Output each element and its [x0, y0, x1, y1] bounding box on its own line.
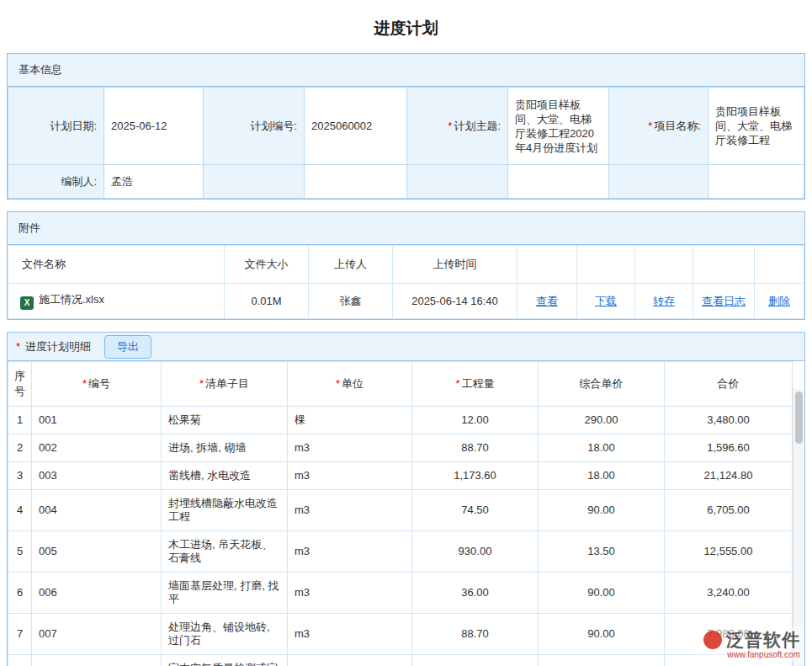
cell-total: 6,705.00 — [665, 490, 793, 531]
cell-code: 005 — [32, 531, 162, 573]
transfer-link[interactable]: 转存 — [653, 295, 675, 307]
vendor-logo-row: 泛普软件 — [703, 628, 800, 652]
attachment-file-name: X施工情况.xlsx — [8, 284, 225, 319]
vendor-url-text: www.fanpusoft.com — [703, 650, 800, 659]
item-header-text: 清单子目 — [205, 377, 249, 390]
required-asterisk: * — [336, 377, 340, 390]
empty-header-cell — [755, 246, 804, 284]
cell-code: 004 — [32, 490, 162, 531]
empty-label-cell — [609, 165, 709, 199]
unit-price-header: 综合单价 — [539, 362, 665, 407]
detail-section-title: 进度计划明细 — [25, 339, 91, 354]
empty-label-cell — [407, 165, 508, 199]
unit-header: *单位 — [288, 362, 412, 407]
cell-unit: m3 — [288, 490, 412, 531]
cell-unit: m3 — [288, 655, 412, 666]
table-row: 6 006 墙面基层处理, 打磨, 找平 m3 36.00 90.00 3,24… — [8, 573, 793, 614]
attachment-action-delete-cell: 删除 — [755, 284, 804, 319]
author-label: 编制人: — [8, 165, 104, 199]
view-log-link[interactable]: 查看日志 — [702, 295, 746, 307]
table-row: 4 004 封埋线槽隐蔽水电改造工程 m3 74.50 90.00 6,705.… — [8, 490, 793, 531]
cell-item: 室内空气质量检测或室内空气污染综合治理; — [162, 655, 288, 666]
cell-seq: 3 — [8, 462, 32, 490]
table-row: 1 001 松果菊 棵 12.00 290.00 3,480.00 — [8, 407, 793, 434]
required-asterisk: * — [455, 377, 459, 390]
cell-unit: m3 — [288, 573, 412, 614]
cell-unit-price: 18.00 — [539, 462, 665, 490]
vertical-scrollbar[interactable] — [793, 389, 804, 666]
cell-code: 008 — [32, 655, 162, 666]
cell-quantity: 930.00 — [412, 531, 539, 573]
cell-seq: 4 — [8, 490, 32, 531]
cell-unit-price: 18.00 — [539, 434, 665, 462]
cell-total: 12,555.00 — [665, 531, 793, 573]
required-asterisk: * — [199, 377, 204, 390]
empty-value-cell — [709, 165, 804, 199]
required-asterisk: * — [448, 120, 452, 132]
cell-quantity: 74.50 — [412, 490, 539, 531]
cell-code: 007 — [32, 614, 162, 655]
basic-info-row-2: 编制人: 孟浩 — [8, 165, 804, 199]
page-container: 进度计划 基本信息 计划日期: 2025-06-12 计划编号: 2025060… — [0, 0, 812, 666]
attachment-file-name-text: 施工情况.xlsx — [39, 293, 104, 306]
quantity-header: *工程量 — [412, 362, 539, 407]
delete-link[interactable]: 删除 — [768, 295, 790, 307]
cell-code: 006 — [32, 573, 162, 614]
plan-date-label: 计划日期: — [8, 88, 104, 165]
cell-quantity: 12.00 — [412, 407, 539, 434]
total-header: 合价 — [665, 362, 793, 407]
basic-info-section-title: 基本信息 — [8, 54, 804, 87]
attachment-row: X施工情况.xlsx 0.01M 张鑫 2025-06-14 16:40 查看 … — [8, 284, 804, 319]
cell-quantity: 88.70 — [412, 614, 539, 655]
subject-label: *计划主题: — [407, 88, 508, 165]
cell-item: 松果菊 — [162, 407, 288, 434]
cell-unit-price: 90.00 — [539, 490, 665, 531]
code-header-text: 编号 — [88, 377, 110, 390]
code-header: *编号 — [32, 362, 162, 407]
detail-table: 序号 *编号 *清单子目 *单位 *工程量 综合单价 合价 1 001 松果菊 … — [8, 361, 793, 666]
cell-unit-price: 90.00 — [539, 573, 665, 614]
table-row: 7 007 处理边角、铺设地砖, 过门石 m3 88.70 90.00 7,98… — [8, 614, 793, 655]
attachments-section-title: 附件 — [8, 212, 804, 245]
download-link[interactable]: 下载 — [595, 295, 617, 307]
required-asterisk: * — [648, 120, 652, 132]
seq-header: 序号 — [8, 362, 32, 407]
cell-total: 1,596.60 — [665, 434, 793, 462]
cell-unit: 棵 — [288, 407, 412, 434]
basic-info-row-1: 计划日期: 2025-06-12 计划编号: 2025060002 *计划主题:… — [8, 88, 804, 165]
cell-seq: 5 — [8, 531, 32, 573]
cell-seq: 1 — [8, 407, 32, 434]
plan-date-value: 2025-06-12 — [104, 88, 204, 165]
scrollbar-thumb[interactable] — [795, 392, 803, 444]
attachments-section: 附件 文件名称 文件大小 上传人 上传时间 X施工情况.xlsx 0.01M 张… — [7, 211, 805, 320]
attachments-header-row: 文件名称 文件大小 上传人 上传时间 — [8, 246, 804, 284]
required-asterisk: * — [16, 340, 20, 353]
cell-item: 进场, 拆墙, 砌墙 — [162, 434, 288, 462]
detail-header-row: 序号 *编号 *清单子目 *单位 *工程量 综合单价 合价 — [8, 362, 793, 407]
cell-quantity: 36.00 — [412, 573, 539, 614]
table-row: 8 008 室内空气质量检测或室内空气污染综合治理; m3 15.50 500.… — [8, 655, 793, 666]
table-row: 2 002 进场, 拆墙, 砌墙 m3 88.70 18.00 1,596.60 — [8, 434, 793, 462]
cell-item: 墙面基层处理, 打磨, 找平 — [162, 573, 288, 614]
attachment-file-size: 0.01M — [225, 284, 309, 319]
cell-unit: m3 — [288, 462, 412, 490]
cell-unit: m3 — [288, 531, 412, 573]
plan-no-value: 2025060002 — [305, 88, 407, 165]
attachment-action-view-cell: 查看 — [517, 284, 577, 319]
cell-quantity: 15.50 — [412, 655, 539, 666]
cell-item: 处理边角、铺设地砖, 过门石 — [162, 614, 288, 655]
cell-code: 003 — [32, 462, 162, 490]
cell-code: 001 — [32, 407, 162, 434]
cell-unit-price: 500.00 — [539, 655, 665, 666]
cell-seq: 6 — [8, 573, 32, 614]
view-link[interactable]: 查看 — [536, 295, 558, 307]
file-size-header: 文件大小 — [225, 246, 309, 284]
author-value: 孟浩 — [104, 165, 204, 199]
uploader-header: 上传人 — [309, 246, 393, 284]
export-button[interactable]: 导出 — [104, 335, 151, 359]
fanpu-logo-icon — [703, 630, 723, 650]
quantity-header-text: 工程量 — [462, 377, 495, 390]
subject-value: 贵阳项目样板间、大堂、电梯厅装修工程2020年4月份进度计划 — [508, 88, 609, 165]
file-name-header: 文件名称 — [8, 246, 225, 284]
attachment-uploader: 张鑫 — [309, 284, 393, 319]
